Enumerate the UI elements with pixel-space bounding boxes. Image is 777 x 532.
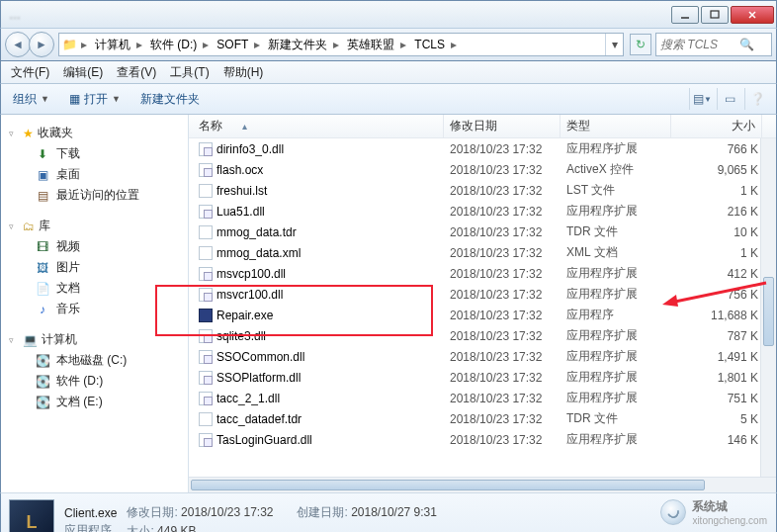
file-name: SSOCommon.dll: [216, 350, 304, 364]
nav-music[interactable]: ♪音乐: [1, 299, 188, 319]
refresh-button[interactable]: ↻: [630, 34, 651, 55]
col-date[interactable]: 修改日期: [444, 115, 561, 137]
file-type: 应用程序扩展: [561, 286, 671, 303]
menu-file[interactable]: 文件(F): [5, 62, 55, 83]
breadcrumb-seg[interactable]: SOFT: [211, 34, 252, 55]
file-date: 2018/10/23 17:32: [444, 246, 561, 260]
breadcrumb[interactable]: 📁 ▸ 计算机▸ 软件 (D:)▸ SOFT▸ 新建文件夹▸ 英雄联盟▸ TCL…: [58, 33, 624, 56]
table-row[interactable]: SSOCommon.dll2018/10/23 17:32应用程序扩展1,491…: [189, 346, 776, 367]
details-filename: Client.exe: [64, 506, 117, 520]
table-row[interactable]: dirinfo3_0.dll2018/10/23 17:32应用程序扩展766 …: [189, 138, 776, 159]
scroll-thumb[interactable]: [763, 277, 774, 346]
drive-icon: 💽: [35, 395, 50, 410]
organize-button[interactable]: 组织 ▼: [7, 89, 55, 110]
nav-favorites[interactable]: ▿★ 收藏夹: [1, 123, 188, 143]
table-row[interactable]: tacc_datadef.tdr2018/10/23 17:32TDR 文件5 …: [189, 408, 776, 429]
table-row[interactable]: mmog_data.xml2018/10/23 17:32XML 文档1 K: [189, 242, 776, 263]
file-name: tacc_datadef.tdr: [216, 412, 302, 426]
nav-downloads[interactable]: ⬇下载: [1, 143, 188, 164]
table-row[interactable]: Repair.exe2018/10/23 17:32应用程序11,688 K: [189, 305, 776, 325]
address-bar-row: ◄ ► 📁 ▸ 计算机▸ 软件 (D:)▸ SOFT▸ 新建文件夹▸ 英雄联盟▸…: [0, 28, 777, 61]
help-icon[interactable]: ❔: [744, 88, 770, 110]
table-row[interactable]: tacc_2_1.dll2018/10/23 17:32应用程序扩展751 K: [189, 388, 776, 408]
forward-button[interactable]: ►: [29, 32, 54, 57]
nav-desktop[interactable]: ▣桌面: [1, 164, 188, 185]
col-size[interactable]: 大小: [671, 115, 762, 137]
minimize-button[interactable]: [671, 6, 699, 24]
menu-view[interactable]: 查看(V): [111, 62, 162, 83]
file-type: 应用程序扩展: [561, 327, 671, 344]
table-row[interactable]: sqlite3.dll2018/10/23 17:32应用程序扩展787 K: [189, 325, 776, 346]
table-row[interactable]: flash.ocx2018/10/23 17:32ActiveX 控件9,065…: [189, 159, 776, 180]
music-icon: ♪: [35, 302, 50, 317]
nav-drive-c[interactable]: 💽本地磁盘 (C:): [1, 350, 188, 371]
maximize-button[interactable]: [701, 6, 729, 24]
menu-edit[interactable]: 编辑(E): [57, 62, 109, 83]
nav-computer[interactable]: ▿💻 计算机: [1, 329, 188, 350]
view-mode-button[interactable]: ▤ ▼: [689, 88, 715, 110]
file-rows[interactable]: dirinfo3_0.dll2018/10/23 17:32应用程序扩展766 …: [189, 138, 776, 477]
search-box[interactable]: 🔍: [655, 33, 772, 56]
file-icon: [199, 412, 213, 426]
new-folder-button[interactable]: 新建文件夹: [134, 89, 206, 110]
file-list: 名称▴ 修改日期 类型 大小 dirinfo3_0.dll2018/10/23 …: [189, 115, 776, 492]
menu-bar: 文件(F) 编辑(E) 查看(V) 工具(T) 帮助(H): [0, 61, 777, 83]
file-name: msvcr100.dll: [216, 288, 283, 302]
navigation-pane[interactable]: ▿★ 收藏夹 ⬇下载 ▣桌面 ▤最近访问的位置 ▿🗂 库 🎞视频 🖼图片 📄文档…: [1, 115, 189, 492]
breadcrumb-seg[interactable]: 新建文件夹: [262, 34, 331, 55]
table-row[interactable]: freshui.lst2018/10/23 17:32LST 文件1 K: [189, 180, 776, 201]
exe-icon: [199, 309, 213, 322]
breadcrumb-seg[interactable]: 软件 (D:): [144, 34, 201, 55]
table-row[interactable]: TasLoginGuard.dll2018/10/23 17:32应用程序扩展1…: [189, 429, 776, 450]
table-row[interactable]: mmog_data.tdr2018/10/23 17:32TDR 文件10 K: [189, 222, 776, 242]
open-button[interactable]: ▦ 打开 ▼: [63, 89, 127, 110]
file-type: XML 文档: [561, 244, 671, 261]
nav-drive-e[interactable]: 💽文档 (E:): [1, 392, 188, 412]
table-row[interactable]: msvcp100.dll2018/10/23 17:32应用程序扩展412 K: [189, 263, 776, 284]
back-button[interactable]: ◄: [5, 32, 31, 57]
nav-documents[interactable]: 📄文档: [1, 278, 188, 299]
scroll-thumb[interactable]: [191, 480, 705, 490]
file-date: 2018/10/23 17:32: [444, 392, 561, 405]
file-date: 2018/10/23 17:32: [444, 267, 561, 281]
toolbar: 组织 ▼ ▦ 打开 ▼ 新建文件夹 ▤ ▼ ▭ ❔: [0, 83, 777, 115]
breadcrumb-dropdown[interactable]: ▾: [605, 33, 623, 56]
details-modified: 2018/10/23 17:32: [181, 505, 273, 519]
file-date: 2018/10/23 17:32: [444, 350, 561, 364]
file-date: 2018/10/23 17:32: [444, 412, 561, 426]
dll-icon: [199, 163, 213, 177]
watermark-logo-icon: [660, 499, 686, 525]
file-type: TDR 文件: [561, 410, 671, 427]
file-type: 应用程序扩展: [561, 348, 671, 365]
menu-help[interactable]: 帮助(H): [217, 62, 270, 83]
nav-libraries[interactable]: ▿🗂 库: [1, 216, 188, 236]
file-name: mmog_data.tdr: [216, 225, 297, 239]
col-type[interactable]: 类型: [561, 115, 671, 137]
breadcrumb-seg[interactable]: 英雄联盟: [341, 34, 398, 55]
dll-icon: [199, 350, 213, 364]
breadcrumb-seg[interactable]: 计算机: [89, 34, 134, 55]
menu-tools[interactable]: 工具(T): [164, 62, 215, 83]
nav-pictures[interactable]: 🖼图片: [1, 257, 188, 278]
table-row[interactable]: SSOPlatform.dll2018/10/23 17:32应用程序扩展1,8…: [189, 367, 776, 388]
nav-videos[interactable]: 🎞视频: [1, 236, 188, 257]
table-row[interactable]: Lua51.dll2018/10/23 17:32应用程序扩展216 K: [189, 201, 776, 222]
file-type: 应用程序扩展: [561, 369, 671, 386]
dll-icon: [199, 392, 213, 405]
close-button[interactable]: [731, 6, 774, 24]
breadcrumb-seg[interactable]: TCLS: [408, 34, 449, 55]
favorites-icon: ★: [23, 127, 34, 140]
table-row[interactable]: msvcr100.dll2018/10/23 17:32应用程序扩展756 K: [189, 284, 776, 305]
column-headers: 名称▴ 修改日期 类型 大小: [189, 115, 776, 138]
horizontal-scrollbar[interactable]: [189, 477, 776, 492]
col-name[interactable]: 名称▴: [193, 115, 444, 137]
search-input[interactable]: [660, 38, 739, 51]
file-name: dirinfo3_0.dll: [216, 142, 284, 156]
nav-recent[interactable]: ▤最近访问的位置: [1, 185, 188, 206]
file-name: SSOPlatform.dll: [216, 371, 301, 385]
preview-pane-button[interactable]: ▭: [717, 88, 742, 110]
picture-icon: 🖼: [35, 260, 50, 276]
dll-icon: [199, 371, 213, 385]
nav-drive-d[interactable]: 💽软件 (D:): [1, 371, 188, 392]
vertical-scrollbar[interactable]: [760, 138, 776, 477]
